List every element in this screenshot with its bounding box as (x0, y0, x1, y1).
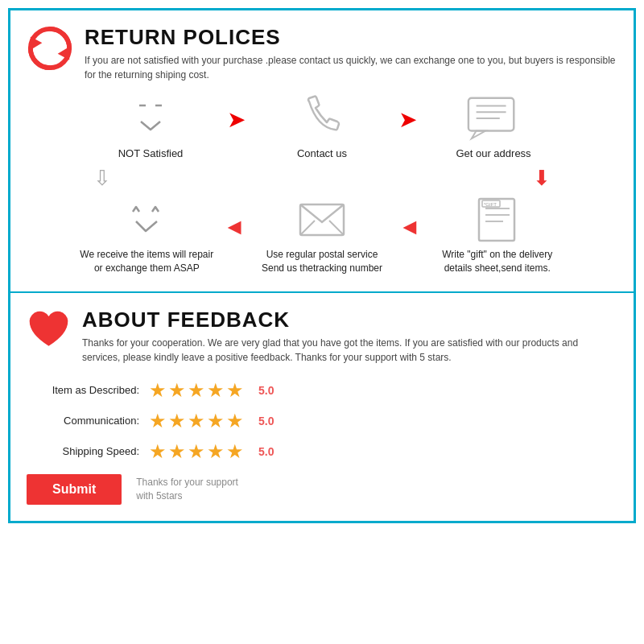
score-described: 5.0 (258, 384, 274, 397)
address-icon (465, 93, 522, 142)
arrow-right-1: ➤ (227, 106, 246, 133)
star-s2[interactable]: ★ (168, 440, 186, 463)
feedback-header: ABOUT FEEDBACK Thanks for your cooperati… (27, 308, 617, 365)
svg-line-11 (329, 221, 344, 235)
star-4[interactable]: ★ (207, 379, 225, 402)
feedback-description: Thanks for your cooperation. We are very… (82, 336, 617, 365)
receive-label: We receive the items will repairor excha… (80, 248, 213, 275)
feedback-section: ABOUT FEEDBACK Thanks for your cooperati… (10, 293, 634, 521)
return-title: RETURN POLICES (85, 25, 617, 50)
return-icon (27, 25, 73, 72)
star-c2[interactable]: ★ (168, 410, 186, 432)
star-c4[interactable]: ★ (207, 410, 225, 432)
score-communication: 5.0 (258, 415, 274, 427)
rating-row-shipping: Shipping Speed: ★ ★ ★ ★ ★ 5.0 (27, 440, 617, 463)
svg-text:*GIFT: *GIFT (484, 202, 497, 207)
receive-icon (118, 195, 175, 243)
stars-described: ★ ★ ★ ★ ★ (149, 379, 244, 402)
rating-label-communication: Communication: (27, 415, 139, 427)
svg-rect-4 (469, 98, 514, 131)
page-container: RETURN POLICES If you are not satisfied … (8, 8, 636, 523)
arrow-right-2: ➤ (398, 106, 417, 133)
star-5[interactable]: ★ (226, 379, 244, 402)
svg-line-10 (300, 221, 315, 235)
star-2[interactable]: ★ (168, 379, 186, 402)
star-3[interactable]: ★ (188, 379, 205, 402)
feedback-title: ABOUT FEEDBACK (82, 308, 617, 332)
flow-item-address: Get our address (425, 93, 562, 161)
feedback-header-text: ABOUT FEEDBACK Thanks for your cooperati… (82, 308, 617, 365)
flow-row-1: NOT Satisfied ➤ Contact us ➤ (27, 93, 617, 161)
return-header: RETURN POLICES If you are not satisfied … (27, 25, 617, 82)
flow-item-postal: Use regular postal serviceSend us thetra… (254, 195, 390, 275)
svg-marker-1 (58, 47, 70, 60)
return-header-text: RETURN POLICES If you are not satisfied … (85, 25, 617, 82)
star-s4[interactable]: ★ (207, 440, 225, 463)
arrow-left-2: ◄ (398, 214, 421, 240)
gift-label: Write "gift" on the deliverydetails shee… (442, 248, 552, 275)
star-s5[interactable]: ★ (226, 440, 244, 463)
gift-icon: *GIFT (469, 195, 526, 243)
flow-item-contact: Contact us (254, 93, 390, 161)
heart-icon (27, 308, 71, 352)
arrow-down-outline: ⇩ (93, 167, 111, 188)
rating-label-described: Item as Described: (27, 384, 139, 396)
rating-row-communication: Communication: ★ ★ ★ ★ ★ 5.0 (27, 410, 617, 432)
score-shipping: 5.0 (258, 445, 274, 458)
not-satisfied-icon (122, 93, 179, 142)
flow-item-receive: We receive the items will repairor excha… (78, 195, 215, 275)
contact-label: Contact us (297, 147, 347, 161)
return-description: If you are not satisfied with your purch… (85, 53, 617, 82)
postal-label: Use regular postal serviceSend us thetra… (262, 248, 382, 275)
contact-icon (294, 93, 350, 142)
star-c1[interactable]: ★ (149, 410, 167, 432)
postal-icon (294, 195, 350, 243)
rating-row-described: Item as Described: ★ ★ ★ ★ ★ 5.0 (27, 379, 617, 402)
stars-communication: ★ ★ ★ ★ ★ (149, 410, 244, 432)
not-satisfied-label: NOT Satisfied (118, 147, 184, 161)
star-c5[interactable]: ★ (226, 410, 244, 432)
star-s3[interactable]: ★ (188, 440, 205, 463)
return-section: RETURN POLICES If you are not satisfied … (10, 10, 634, 293)
arrow-left-1: ◄ (223, 214, 246, 240)
arrow-down-red: ⬇ (533, 167, 551, 188)
submit-button[interactable]: Submit (27, 474, 122, 505)
star-1[interactable]: ★ (149, 379, 167, 402)
rating-label-shipping: Shipping Speed: (27, 445, 139, 457)
flow-item-not-satisfied: NOT Satisfied (82, 93, 219, 161)
flow-item-gift: *GIFT Write "gift" on the deliverydetail… (429, 195, 566, 275)
star-s1[interactable]: ★ (149, 440, 167, 463)
star-c3[interactable]: ★ (188, 410, 205, 432)
submit-row: Submit Thanks for your supportwith 5star… (27, 474, 617, 505)
flow-diagram: NOT Satisfied ➤ Contact us ➤ (27, 93, 617, 275)
stars-shipping: ★ ★ ★ ★ ★ (149, 440, 244, 463)
submit-note: Thanks for your supportwith 5stars (136, 476, 238, 503)
svg-marker-8 (472, 131, 486, 139)
address-label: Get our address (456, 147, 530, 161)
flow-row-2: We receive the items will repairor excha… (27, 195, 617, 275)
